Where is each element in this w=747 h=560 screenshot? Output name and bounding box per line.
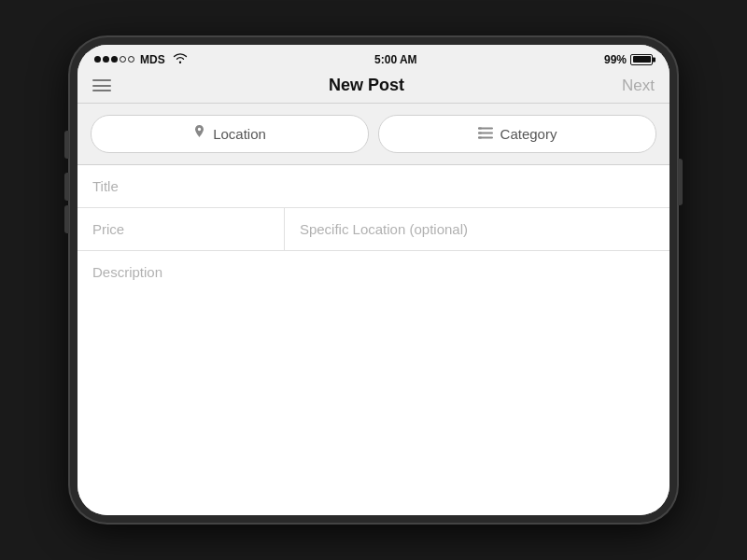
svg-rect-3 — [478, 127, 482, 129]
specific-location-field[interactable]: Specific Location (optional) — [285, 208, 669, 250]
menu-line-1 — [92, 79, 111, 81]
signal-dot-1 — [94, 56, 101, 63]
menu-line-2 — [92, 85, 111, 87]
category-button[interactable]: Category — [378, 115, 656, 153]
price-placeholder: Price — [92, 221, 124, 237]
phone-screen: MDS 5:00 AM 99% — [78, 45, 669, 515]
signal-dot-4 — [120, 56, 126, 63]
title-field[interactable]: Title — [78, 165, 669, 208]
phone-frame: MDS 5:00 AM 99% — [70, 37, 677, 523]
battery-fill — [633, 56, 651, 63]
location-icon — [193, 125, 205, 143]
price-location-row: Price Specific Location (optional) — [78, 208, 669, 251]
status-left: MDS — [94, 52, 188, 66]
location-button-label: Location — [213, 126, 266, 142]
menu-button[interactable] — [92, 79, 111, 91]
page-title: New Post — [329, 76, 404, 95]
svg-rect-4 — [478, 132, 482, 133]
battery-container — [630, 54, 653, 65]
signal-dot-5 — [128, 56, 134, 63]
specific-location-placeholder: Specific Location (optional) — [300, 221, 468, 237]
next-button[interactable]: Next — [622, 77, 655, 95]
title-placeholder: Title — [92, 178, 119, 194]
content-area: Location Category — [78, 104, 669, 515]
svg-rect-5 — [478, 136, 482, 138]
status-right: 99% — [604, 53, 653, 66]
price-field[interactable]: Price — [78, 208, 285, 250]
category-button-label: Category — [500, 126, 557, 142]
signal-dot-3 — [111, 56, 118, 63]
location-button[interactable]: Location — [91, 115, 369, 153]
description-field[interactable]: Description — [78, 251, 669, 515]
signal-dot-2 — [103, 56, 109, 63]
category-icon — [478, 127, 493, 142]
battery-icon — [630, 54, 653, 65]
signal-dots — [94, 56, 134, 63]
description-placeholder: Description — [92, 264, 162, 280]
menu-line-3 — [92, 90, 111, 91]
carrier-label: MDS — [140, 53, 165, 66]
filter-row: Location Category — [78, 104, 669, 165]
time-display: 5:00 AM — [374, 53, 417, 66]
status-bar: MDS 5:00 AM 99% — [78, 45, 669, 70]
nav-bar: New Post Next — [78, 70, 669, 104]
wifi-icon — [173, 52, 188, 66]
battery-percent: 99% — [604, 53, 627, 66]
